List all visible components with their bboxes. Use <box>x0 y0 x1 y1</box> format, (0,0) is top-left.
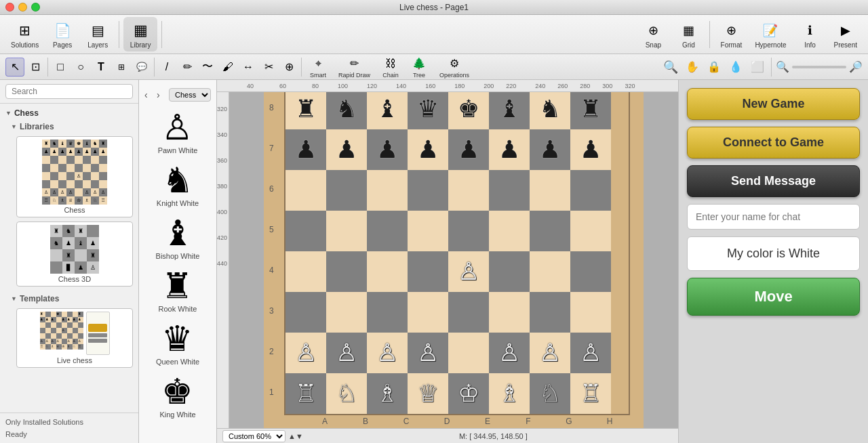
solutions-button[interactable]: ⊞ Solutions <box>5 17 44 51</box>
connect-game-button[interactable]: Connect to Game <box>687 127 860 159</box>
pawn-white-item[interactable]: ♙ Pawn White <box>155 107 201 157</box>
square-b2[interactable]: ♙ <box>326 333 367 373</box>
callout-tool[interactable]: 💬 <box>132 58 151 77</box>
layers-button[interactable]: ▤ Layers <box>81 17 115 51</box>
panel-nav-prev[interactable]: ‹ <box>144 89 148 100</box>
zoom-plus[interactable]: 🔎 <box>849 60 863 73</box>
square-f3[interactable] <box>489 292 530 333</box>
textarea-tool[interactable]: ⊞ <box>112 58 131 77</box>
smart-button[interactable]: ⌖ Smart <box>304 54 332 81</box>
square-c5[interactable] <box>367 211 408 251</box>
info-button[interactable]: ℹ Info <box>793 17 827 51</box>
select-tool[interactable]: ↖ <box>5 58 24 77</box>
sidebar-item-libraries[interactable]: ▼ Libraries <box>0 120 138 133</box>
hand-tool[interactable]: ✋ <box>683 58 702 77</box>
panel-nav-next[interactable]: › <box>157 89 160 100</box>
scissors-tool[interactable]: ✂ <box>259 58 278 77</box>
stamp-tool[interactable]: ⊕ <box>279 58 298 77</box>
square-d6[interactable] <box>408 170 448 211</box>
square-e2[interactable] <box>448 333 489 373</box>
sidebar-item-templates[interactable]: ▼ Templates <box>0 292 138 305</box>
square-b8[interactable]: ♞ <box>326 92 367 129</box>
square-h8[interactable]: ♜ <box>570 92 611 129</box>
minimize-button[interactable] <box>18 3 27 12</box>
square-h3[interactable] <box>570 292 611 333</box>
rectangle-tool[interactable]: □ <box>51 58 70 77</box>
square-d4[interactable] <box>408 251 448 292</box>
square-e3[interactable] <box>448 292 489 333</box>
square-f6[interactable] <box>489 170 530 211</box>
close-button[interactable] <box>5 3 14 12</box>
present-button[interactable]: ▶ Present <box>829 17 863 51</box>
hypernote-button[interactable]: 📝 Hypernote <box>749 17 791 51</box>
square-a2[interactable]: ♙ <box>285 333 326 373</box>
square-c7[interactable]: ♟ <box>367 129 408 170</box>
lock-tool[interactable]: 🔒 <box>705 58 724 77</box>
square-e7[interactable]: ♟ <box>448 129 489 170</box>
square-h1[interactable]: ♖ <box>570 373 611 414</box>
square-d1[interactable]: ♕ <box>408 373 448 414</box>
zoom-up-btn[interactable]: ▲▼ <box>288 432 303 440</box>
chess3d-thumb[interactable]: ♜ ♞ ♜ ♞ ♟ ♝ ♟ ♜ ♜ ▊ ♟ <box>16 222 133 287</box>
square-a6[interactable] <box>285 170 326 211</box>
square-a1[interactable]: ♖ <box>285 373 326 414</box>
square-f4[interactable] <box>489 251 530 292</box>
zoom-out-button[interactable]: 🔍 <box>661 58 680 77</box>
text-tool[interactable]: T <box>92 58 111 77</box>
canvas-main[interactable]: 8 7 6 5 4 3 2 1 ♜♞♝♛♚♝♞♜♟♟♟♟♟♟♟♟♙♙♙♙♙♙♙♙… <box>229 92 678 428</box>
snap-button[interactable]: ⊕ Snap <box>636 17 670 51</box>
search-input[interactable] <box>5 84 133 99</box>
square-e8[interactable]: ♚ <box>448 92 489 129</box>
square-c2[interactable]: ♙ <box>367 333 408 373</box>
pages-button[interactable]: 📄 Pages <box>45 17 79 51</box>
square-g3[interactable] <box>530 292 570 333</box>
chess-thumb[interactable]: ♜ ♞ ♝ ♛ ♚ ♝ ♞ ♜ ♟ ♟ ♟ ♟ ♟ ♟ ♟ <box>16 136 133 217</box>
zoom-minus[interactable]: 🔍 <box>776 60 789 73</box>
chat-name-input[interactable] <box>687 204 860 230</box>
square-a5[interactable] <box>285 211 326 251</box>
square-a4[interactable] <box>285 251 326 292</box>
square-c4[interactable] <box>367 251 408 292</box>
square-g5[interactable] <box>530 211 570 251</box>
eraser-tool[interactable]: ⬜ <box>748 58 767 77</box>
zoom-select[interactable]: Custom 60% <box>222 430 285 442</box>
square-a8[interactable]: ♜ <box>285 92 326 129</box>
square-a7[interactable]: ♟ <box>285 129 326 170</box>
curve-tool[interactable]: 〜 <box>198 58 217 77</box>
square-c3[interactable] <box>367 292 408 333</box>
box-select-tool[interactable]: ⊡ <box>26 58 45 77</box>
square-h7[interactable]: ♟ <box>570 129 611 170</box>
knight-white-item[interactable]: ♞ Knight White <box>154 160 201 210</box>
connector-tool[interactable]: ↔ <box>239 58 258 77</box>
square-c8[interactable]: ♝ <box>367 92 408 129</box>
square-d5[interactable] <box>408 211 448 251</box>
square-d8[interactable]: ♛ <box>408 92 448 129</box>
move-button[interactable]: Move <box>687 278 860 316</box>
square-f7[interactable]: ♟ <box>489 129 530 170</box>
square-b6[interactable] <box>326 170 367 211</box>
square-g8[interactable]: ♞ <box>530 92 570 129</box>
maximize-button[interactable] <box>31 3 40 12</box>
square-e5[interactable] <box>448 211 489 251</box>
square-b3[interactable] <box>326 292 367 333</box>
square-c6[interactable] <box>367 170 408 211</box>
rook-white-item[interactable]: ♜ Rook White <box>156 266 200 316</box>
panel-category-select[interactable]: Chess <box>169 88 211 102</box>
sidebar-item-chess[interactable]: ▼ Chess <box>0 106 138 120</box>
square-e6[interactable] <box>448 170 489 211</box>
square-g1[interactable]: ♘ <box>530 373 570 414</box>
square-b4[interactable] <box>326 251 367 292</box>
live-chess-thumb[interactable]: ♜♚♜ ♟♟♟♟♟♟♟ ♙ ♙♙♙♙♙♙♙ ♖♘♗♕♔♗♘♖ <box>16 308 133 368</box>
square-f5[interactable] <box>489 211 530 251</box>
queen-white-item[interactable]: ♛ Queen White <box>153 318 202 368</box>
zoom-slider[interactable] <box>792 66 846 68</box>
square-e4[interactable]: ♙ <box>448 251 489 292</box>
square-g7[interactable]: ♟ <box>530 129 570 170</box>
square-a3[interactable] <box>285 292 326 333</box>
grid-button[interactable]: ▦ Grid <box>671 17 705 51</box>
operations-button[interactable]: ⚙ Operations <box>434 54 475 81</box>
brush-tool[interactable]: 🖌 <box>218 58 237 77</box>
square-g4[interactable] <box>530 251 570 292</box>
square-b5[interactable] <box>326 211 367 251</box>
square-b1[interactable]: ♘ <box>326 373 367 414</box>
